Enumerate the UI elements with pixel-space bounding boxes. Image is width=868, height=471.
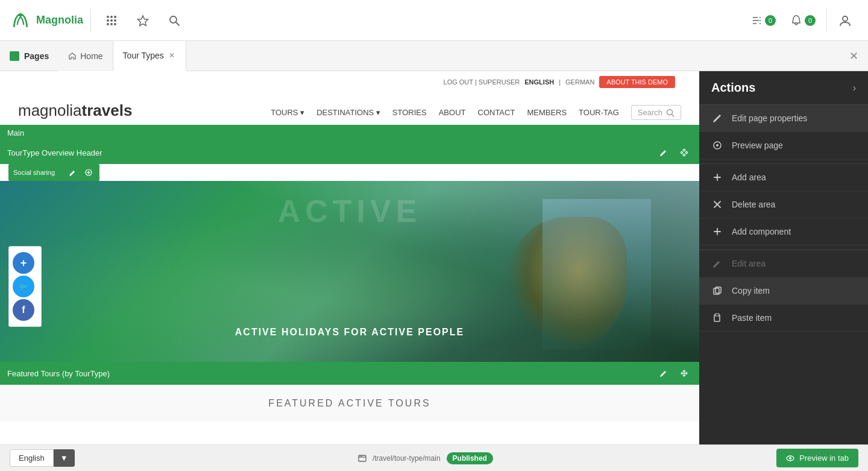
svg-point-1 — [107, 16, 109, 18]
path-icon — [358, 454, 366, 463]
site-top-info: LOG OUT | SUPERUSER ENGLISH | GERMAN ABO… — [444, 76, 675, 88]
copy-item-label: Copy item — [732, 286, 770, 296]
edit-page-properties-icon — [711, 112, 723, 124]
edit-social-button[interactable] — [67, 166, 79, 179]
tab-close-button[interactable]: ✕ — [168, 50, 176, 61]
main-component-bar: Main — [0, 125, 699, 141]
action-copy-item[interactable]: Copy item — [699, 277, 868, 305]
svg-rect-37 — [715, 314, 719, 316]
facebook-button[interactable]: f — [13, 299, 34, 321]
action-paste-item[interactable]: Paste item — [699, 305, 868, 332]
twitter-button[interactable]: 🐦 — [13, 276, 34, 297]
nav-about[interactable]: ABOUT — [439, 108, 466, 117]
about-demo-button[interactable]: ABOUT THIS DEMO — [599, 76, 675, 88]
svg-point-10 — [170, 16, 177, 23]
copy-item-icon — [711, 285, 723, 297]
logo: Magnolia — [10, 10, 83, 31]
preview-tab-label: Preview in tab — [799, 454, 849, 463]
svg-point-0 — [19, 13, 22, 16]
svg-point-7 — [107, 23, 109, 25]
tourtype-header-actions — [656, 145, 692, 160]
actions-panel: Actions › Edit page properties Preview p… — [699, 71, 868, 471]
tasks-button[interactable]: 0 — [744, 11, 782, 30]
edit-tourtype-button[interactable] — [656, 145, 671, 160]
logout-info: LOG OUT | SUPERUSER — [444, 78, 520, 86]
move-tourtype-button[interactable] — [676, 145, 692, 160]
svg-point-8 — [110, 23, 113, 25]
tourtype-header-bar: TourType Overview Header — [0, 141, 699, 164]
nav-stories[interactable]: STORIES — [392, 108, 427, 117]
move-featured-button[interactable] — [676, 365, 692, 381]
edit-page-properties-label: Edit page properties — [732, 113, 807, 123]
svg-point-4 — [107, 19, 109, 22]
action-preview-page[interactable]: Preview page — [699, 132, 868, 159]
add-area-icon — [711, 171, 723, 183]
site-search-box[interactable]: Search — [631, 105, 681, 120]
preview-page-icon — [711, 139, 723, 151]
share-button[interactable]: + — [13, 252, 34, 274]
tab-home[interactable]: Home — [58, 41, 113, 71]
social-sharing-actions — [67, 166, 95, 179]
action-add-area[interactable]: Add area — [699, 164, 868, 191]
tourtype-header-label: TourType Overview Header — [7, 148, 102, 157]
apps-icon[interactable] — [98, 7, 125, 34]
actions-title: Actions — [711, 81, 755, 95]
move-social-button[interactable] — [83, 166, 95, 179]
nav-tours[interactable]: TOURS ▾ — [271, 108, 304, 117]
bottom-bar: English ▼ /travel/tour-type/main Publish… — [0, 444, 868, 471]
preview-in-tab-button[interactable]: Preview in tab — [776, 449, 858, 467]
edit-featured-button[interactable] — [656, 365, 671, 381]
action-add-component[interactable]: Add component — [699, 218, 868, 245]
user-icon[interactable] — [832, 7, 858, 34]
social-sharing-label: Social sharing — [13, 169, 55, 176]
divider-1 — [90, 8, 91, 33]
path-info: /travel/tour-type/main Published — [358, 452, 493, 464]
actions-chevron[interactable]: › — [853, 83, 856, 93]
pages-label: Pages — [10, 51, 58, 61]
featured-tours-bar: Featured Tours (by TourType) — [0, 362, 699, 385]
svg-line-11 — [176, 22, 179, 25]
main-label: Main — [7, 128, 24, 138]
nav-members[interactable]: MEMBERS — [527, 108, 567, 117]
notifications-button[interactable]: 0 — [784, 11, 822, 30]
main-content: LOG OUT | SUPERUSER ENGLISH | GERMAN ABO… — [0, 71, 868, 471]
lang-other: GERMAN — [565, 78, 594, 86]
search-placeholder: Search — [638, 108, 662, 117]
page-path: /travel/tour-type/main — [373, 454, 441, 463]
nav-contact[interactable]: CONTACT — [478, 108, 515, 117]
lang-sep: | — [559, 78, 561, 86]
site-header: LOG OUT | SUPERUSER ENGLISH | GERMAN ABO… — [0, 71, 699, 125]
edit-area-label: Edit area — [732, 259, 766, 268]
tab-tour-types[interactable]: Tour Types ✕ — [113, 41, 186, 71]
hero-bg-text: ACTIVE — [278, 193, 422, 229]
svg-point-6 — [114, 19, 116, 22]
page-area: LOG OUT | SUPERUSER ENGLISH | GERMAN ABO… — [0, 71, 699, 471]
svg-point-18 — [843, 16, 848, 21]
hero-section: ACTIVE ACTIVE HOLIDAYS FOR ACTIVE PEOPLE — [0, 181, 699, 362]
svg-point-5 — [110, 19, 113, 22]
tab-bar-close-button[interactable]: ✕ — [849, 49, 858, 63]
action-delete-area[interactable]: Delete area — [699, 191, 868, 218]
lang-label: English — [10, 449, 54, 467]
add-area-label: Add area — [732, 172, 766, 182]
nav-destinations[interactable]: DESTINATIONS ▾ — [316, 108, 380, 117]
svg-point-3 — [114, 16, 116, 18]
lang-dropdown-button[interactable]: ▼ — [54, 449, 75, 467]
search-icon[interactable] — [161, 7, 187, 34]
featured-tours-label: Featured Tours (by TourType) — [7, 369, 110, 378]
action-edit-page-properties[interactable]: Edit page properties — [699, 105, 868, 132]
delete-area-label: Delete area — [732, 200, 775, 209]
pages-icon — [10, 51, 19, 61]
status-badge: Published — [447, 452, 493, 464]
edit-area-icon — [711, 258, 723, 270]
favorites-icon[interactable] — [130, 7, 156, 34]
search-magnifier-icon — [666, 109, 675, 117]
actions-spacer-1 — [699, 159, 868, 164]
lang-selector: English ▼ — [10, 449, 75, 467]
nav-tour-tag[interactable]: TOUR-TAG — [579, 108, 619, 117]
add-component-label: Add component — [732, 227, 791, 236]
top-bar: Magnolia — [0, 0, 868, 41]
svg-point-40 — [360, 455, 361, 457]
add-component-icon — [711, 226, 723, 238]
actions-spacer-2 — [699, 245, 868, 250]
